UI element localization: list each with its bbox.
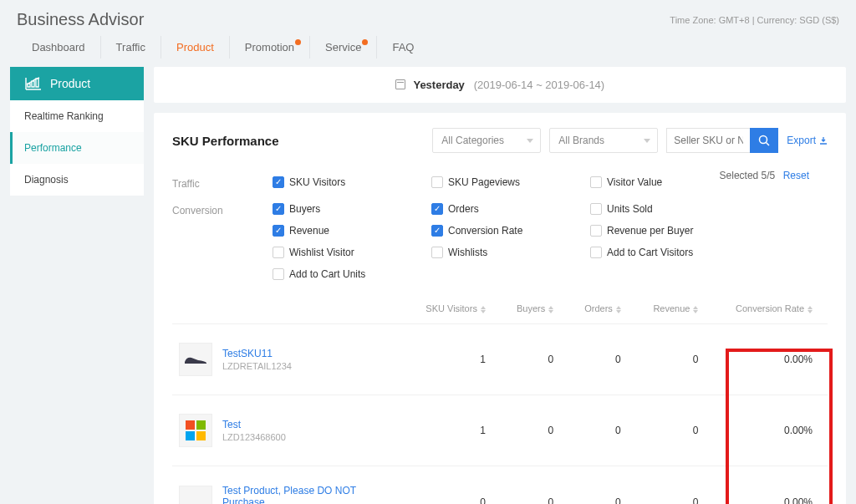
- checkbox-box: [431, 176, 443, 188]
- top-nav: DashboardTrafficProductPromotionServiceF…: [0, 29, 856, 67]
- export-link[interactable]: Export: [787, 135, 828, 146]
- sort-icon: [808, 306, 813, 313]
- cell-value: 0.00%: [713, 324, 828, 395]
- checkbox-box: [273, 247, 284, 258]
- checkbox-box: [431, 203, 443, 215]
- product-sku: LZDRETAIL1234: [222, 361, 292, 371]
- svg-line-1: [767, 143, 770, 146]
- product-name[interactable]: TestSKU11: [222, 348, 292, 359]
- cell-value: 1: [406, 324, 501, 395]
- checkbox-box: [590, 176, 602, 188]
- product-name[interactable]: Test: [222, 419, 286, 430]
- top-nav-faq[interactable]: FAQ: [377, 36, 429, 59]
- sidebar-product-label: Product: [50, 77, 90, 90]
- top-nav-service[interactable]: Service: [310, 36, 377, 59]
- product-thumbnail: [179, 343, 212, 376]
- checkbox-sku-visitors[interactable]: SKU Visitors: [273, 176, 423, 188]
- top-nav-product[interactable]: Product: [161, 36, 230, 59]
- cell-value: 0: [636, 466, 714, 505]
- product-thumbnail: [179, 414, 212, 447]
- cell-value: 1: [406, 395, 501, 466]
- checkbox-box: [590, 225, 602, 237]
- col-conversion-rate[interactable]: Conversion Rate: [713, 295, 828, 324]
- checkbox-revenue[interactable]: Revenue: [273, 225, 423, 237]
- sku-table: SKU VisitorsBuyersOrdersRevenueConversio…: [172, 295, 828, 504]
- checkbox-add-to-cart-visitors[interactable]: Add to Cart Visitors: [590, 247, 741, 258]
- top-nav-dashboard[interactable]: Dashboard: [17, 36, 101, 59]
- checkbox-add-to-cart-units[interactable]: Add to Cart Units: [273, 268, 423, 280]
- checkbox-box: [590, 203, 602, 215]
- reset-link[interactable]: Reset: [783, 170, 809, 181]
- col-sku-visitors[interactable]: SKU Visitors: [406, 295, 501, 324]
- sidebar-item-realtime-ranking[interactable]: Realtime Ranking: [10, 100, 144, 132]
- checkbox-box: [431, 247, 443, 258]
- col-revenue[interactable]: Revenue: [636, 295, 714, 324]
- checkbox-units-sold[interactable]: Units Sold: [590, 203, 741, 215]
- checkbox-box: [273, 225, 284, 237]
- metric-group-conversion: Conversion: [172, 203, 273, 216]
- col-orders[interactable]: Orders: [568, 295, 636, 324]
- sidebar-product-header: Product: [10, 67, 144, 100]
- date-range: (2019-06-14 ~ 2019-06-14): [474, 79, 604, 91]
- checkbox-conversion-rate[interactable]: Conversion Rate: [431, 225, 582, 237]
- checkbox-wishlist-visitor[interactable]: Wishlist Visitor: [273, 247, 423, 258]
- top-nav-promotion[interactable]: Promotion: [230, 36, 310, 59]
- checkbox-revenue-per-buyer[interactable]: Revenue per Buyer: [590, 225, 741, 237]
- cell-value: 0: [568, 466, 636, 505]
- sort-icon: [548, 306, 553, 313]
- product-name[interactable]: Test Product, Please DO NOT Purchase: [222, 485, 390, 504]
- date-label: Yesterday: [413, 79, 464, 91]
- top-nav-traffic[interactable]: Traffic: [101, 36, 161, 59]
- checkbox-wishlists[interactable]: Wishlists: [431, 247, 582, 258]
- svg-point-0: [760, 136, 767, 144]
- table-row: TestSKU11LZDRETAIL123410000.00%: [172, 324, 828, 395]
- sku-title: SKU Performance: [172, 134, 424, 148]
- checkbox-box: [590, 247, 602, 258]
- checkbox-sku-pageviews[interactable]: SKU Pageviews: [431, 176, 582, 188]
- sidebar-item-performance[interactable]: Performance: [10, 132, 144, 164]
- sort-icon: [616, 306, 621, 313]
- calendar-icon: [395, 79, 405, 89]
- cell-value: 0: [636, 395, 714, 466]
- checkbox-box: [431, 225, 443, 237]
- search-input[interactable]: [666, 128, 750, 153]
- checkbox-box: [273, 268, 284, 280]
- app-title: Business Advisor: [17, 10, 144, 29]
- cell-value: 0: [636, 324, 714, 395]
- product-thumbnail: [179, 486, 212, 504]
- category-select[interactable]: All Categories: [432, 128, 541, 153]
- cell-value: 0.00%: [713, 395, 828, 466]
- metric-group-traffic: Traffic: [172, 176, 273, 190]
- checkbox-visitor-value[interactable]: Visitor Value: [590, 176, 741, 188]
- cell-value: 0: [501, 466, 568, 505]
- sidebar-item-diagnosis[interactable]: Diagnosis: [10, 164, 144, 196]
- cell-value: 0: [568, 324, 636, 395]
- date-panel[interactable]: Yesterday (2019-06-14 ~ 2019-06-14): [154, 67, 846, 103]
- checkbox-buyers[interactable]: Buyers: [273, 203, 423, 215]
- table-row: TestLZD12346860010000.00%: [172, 395, 828, 466]
- cell-value: 0: [501, 324, 568, 395]
- timezone-currency: Time Zone: GMT+8 | Currency: SGD (S$): [670, 15, 839, 25]
- cell-value: 0: [406, 466, 501, 505]
- checkbox-orders[interactable]: Orders: [431, 203, 582, 215]
- chart-icon: [25, 77, 42, 90]
- cell-value: 0: [501, 395, 568, 466]
- cell-value: 0.00%: [713, 466, 828, 505]
- search-button[interactable]: [750, 128, 778, 153]
- product-sku: LZD123468600: [222, 432, 286, 442]
- table-row: Test Product, Please DO NOT Purchase3235…: [172, 466, 828, 505]
- checkbox-box: [273, 176, 284, 188]
- sort-icon: [693, 306, 698, 313]
- brand-select[interactable]: All Brands: [549, 128, 658, 153]
- checkbox-box: [273, 203, 284, 215]
- selected-count: Selected 5/5 Reset: [720, 170, 809, 181]
- download-icon: [819, 136, 828, 145]
- sort-icon: [481, 306, 486, 313]
- search-icon: [758, 135, 770, 146]
- notification-dot: [362, 39, 368, 45]
- col-buyers[interactable]: Buyers: [501, 295, 568, 324]
- cell-value: 0: [568, 395, 636, 466]
- notification-dot: [295, 39, 301, 45]
